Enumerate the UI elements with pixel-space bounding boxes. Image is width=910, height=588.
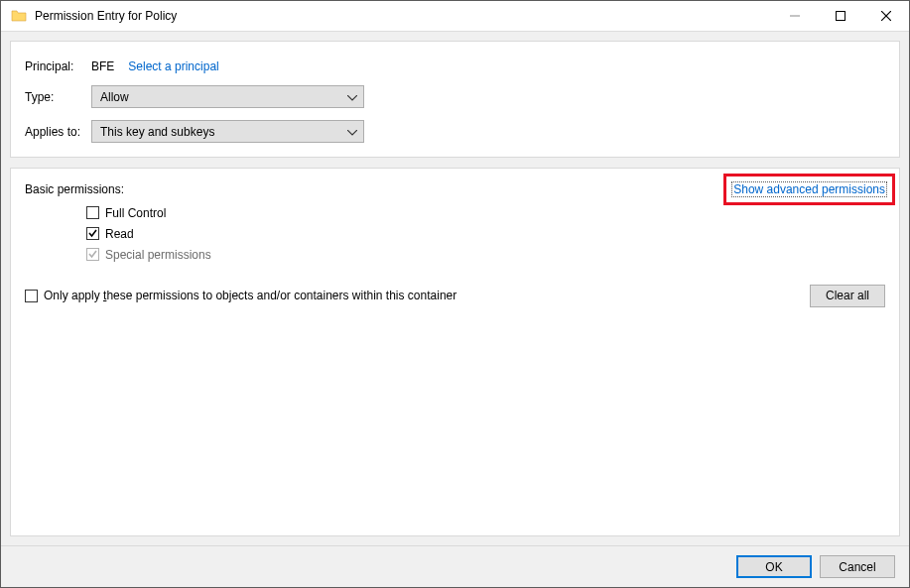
principal-panel: Principal: BFE Select a principal Type: … xyxy=(10,41,900,158)
permissions-panel: Basic permissions: Show advanced permiss… xyxy=(10,168,900,536)
permission-special: Special permissions xyxy=(86,244,885,265)
applies-label: Applies to: xyxy=(25,125,91,139)
permission-read: Read xyxy=(86,223,885,244)
chevron-down-icon xyxy=(347,90,357,104)
select-principal-link[interactable]: Select a principal xyxy=(128,59,218,73)
applies-select[interactable]: This key and subkeys xyxy=(91,120,364,143)
read-label: Read xyxy=(105,227,134,241)
permission-full-control: Full Control xyxy=(86,202,885,223)
highlight-box: Show advanced permissions xyxy=(723,174,895,205)
type-select-value: Allow xyxy=(100,90,129,104)
applies-select-value: This key and subkeys xyxy=(100,125,214,139)
special-checkbox xyxy=(86,248,99,261)
folder-icon xyxy=(11,8,27,24)
dialog-footer: OK Cancel xyxy=(1,545,909,587)
full-control-label: Full Control xyxy=(105,206,166,220)
read-checkbox[interactable] xyxy=(86,227,99,240)
dialog-content: Principal: BFE Select a principal Type: … xyxy=(1,32,909,545)
cancel-button[interactable]: Cancel xyxy=(820,555,895,578)
show-advanced-permissions-link[interactable]: Show advanced permissions xyxy=(731,181,887,197)
close-button[interactable] xyxy=(863,1,909,32)
titlebar: Permission Entry for Policy xyxy=(1,1,909,32)
full-control-checkbox[interactable] xyxy=(86,206,99,219)
only-apply-row: Only apply these permissions to objects … xyxy=(25,289,885,302)
dialog-window: Permission Entry for Policy Principal: B… xyxy=(0,0,910,588)
maximize-button[interactable] xyxy=(818,1,863,32)
only-apply-label: Only apply these permissions to objects … xyxy=(44,289,456,302)
minimize-button[interactable] xyxy=(772,1,818,32)
ok-button[interactable]: OK xyxy=(736,555,812,578)
basic-permissions-heading: Basic permissions: xyxy=(25,182,124,196)
type-label: Type: xyxy=(25,90,91,104)
only-apply-checkbox[interactable] xyxy=(25,290,38,302)
chevron-down-icon xyxy=(347,125,357,139)
principal-label: Principal: xyxy=(25,59,91,73)
clear-all-button[interactable]: Clear all xyxy=(810,285,885,307)
special-label: Special permissions xyxy=(105,248,211,262)
permissions-list: Full Control Read Special permissions xyxy=(86,202,885,265)
principal-value: BFE xyxy=(91,59,114,73)
window-title: Permission Entry for Policy xyxy=(35,9,177,23)
svg-rect-1 xyxy=(837,12,845,21)
type-select[interactable]: Allow xyxy=(91,85,364,108)
